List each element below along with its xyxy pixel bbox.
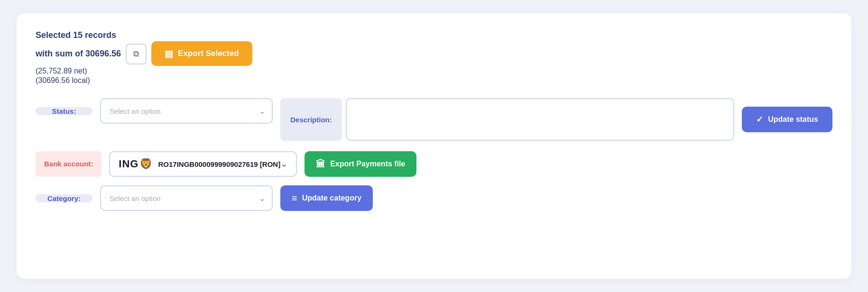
export-payments-button[interactable]: 🏛 Export Payments file [305, 151, 416, 177]
export-selected-button[interactable]: ▤ Export Selected [151, 41, 252, 66]
selected-records-label: Selected 15 records [36, 30, 252, 40]
export-payments-label: Export Payments file [330, 160, 405, 168]
ing-lion-icon: 🦁 [139, 158, 152, 170]
sum-label: with sum of 30696.56 [36, 49, 121, 59]
status-label: Status: [36, 107, 92, 115]
bank-chevron-icon: ⌄ [280, 159, 287, 169]
description-textarea[interactable] [346, 98, 734, 141]
summary-text: Selected 15 records with sum of 30696.56… [36, 30, 252, 85]
check-icon: ✓ [756, 114, 763, 125]
update-status-label: Update status [768, 115, 818, 124]
list-icon: ≡ [292, 193, 297, 204]
category-label: Category: [36, 194, 92, 202]
ing-logo: ING 🦁 [119, 158, 152, 170]
net-label: (25,752.89 net) [36, 67, 252, 75]
fields-section: Status: Select an option ⌄ Description: [36, 98, 832, 211]
description-label: Description: [280, 98, 342, 141]
bank-account-select-wrapper: ING 🦁 RO17INGB000099990902761​9 [RON] ⌄ [109, 151, 297, 177]
top-section: Selected 15 records with sum of 30696.56… [36, 30, 832, 85]
copy-button[interactable]: ⧉ [126, 44, 147, 64]
update-category-label: Update category [302, 194, 361, 202]
ing-text: ING [119, 158, 139, 170]
export-icon: ▤ [165, 48, 173, 59]
bank-info: ING 🦁 RO17INGB000099990902761​9 [RON] [119, 158, 280, 170]
local-label: (30696.56 local) [36, 76, 252, 85]
update-category-button[interactable]: ≡ Update category [280, 185, 373, 211]
category-select[interactable]: Select an option [100, 185, 273, 211]
category-select-wrapper: Select an option ⌄ [100, 185, 273, 211]
status-select[interactable]: Select an option [100, 98, 273, 124]
bank-icon: 🏛 [316, 159, 325, 170]
update-status-button[interactable]: ✓ Update status [742, 107, 832, 132]
bank-account-label: Bank account: [36, 151, 102, 177]
status-select-wrapper: Select an option ⌄ [100, 98, 273, 124]
sum-row: with sum of 30696.56 ⧉ ▤ Export Selected [36, 41, 252, 66]
bank-account-select[interactable]: ING 🦁 RO17INGB000099990902761​9 [RON] ⌄ [109, 151, 297, 177]
bank-account-number: RO17INGB000099990902761​9 [RON] [158, 160, 280, 168]
copy-icon: ⧉ [133, 49, 139, 59]
export-selected-label: Export Selected [178, 49, 239, 58]
main-card: Selected 15 records with sum of 30696.56… [17, 13, 851, 279]
